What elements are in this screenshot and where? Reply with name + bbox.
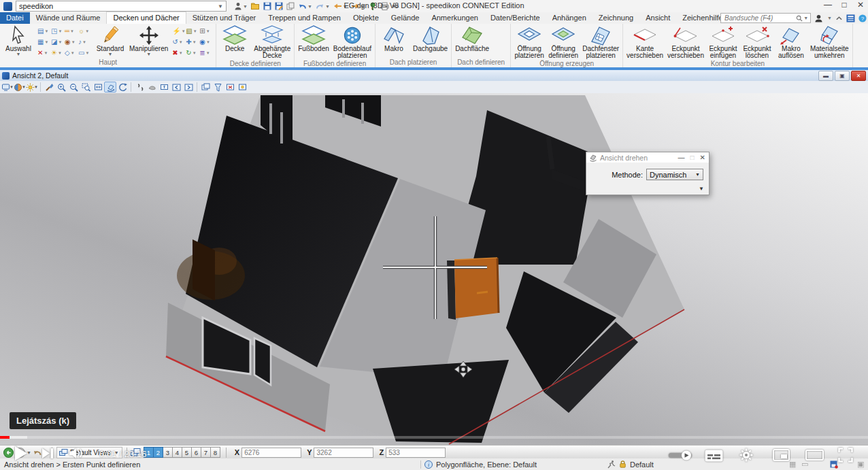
window-area-icon[interactable] xyxy=(80,82,92,93)
subtitles-button[interactable] xyxy=(705,450,723,462)
auswahl-button[interactable]: Auswahl▼ xyxy=(1,24,35,57)
surface-icon[interactable] xyxy=(146,82,158,93)
rotate-tool-icon[interactable]: ↻▼ xyxy=(186,48,199,58)
settings-gear-icon[interactable] xyxy=(739,448,754,463)
accusnap-icon[interactable] xyxy=(607,460,616,469)
3d-model-canvas[interactable] xyxy=(0,93,868,445)
undo-icon[interactable]: ▼ xyxy=(297,1,313,11)
tab-zeichnung[interactable]: Zeichnung xyxy=(592,12,639,24)
fußboden-button[interactable]: Fußboden xyxy=(296,24,331,53)
x-input[interactable] xyxy=(241,448,301,458)
materialseite-umkehren-button[interactable]: Materialseite umkehren xyxy=(808,24,851,60)
help-icon[interactable]: ? xyxy=(858,14,867,22)
palette-tool-icon[interactable]: ◉▼ xyxy=(65,37,78,48)
tab-gelände[interactable]: Gelände xyxy=(385,12,426,24)
zoom-in-icon[interactable] xyxy=(55,82,67,93)
search-dropdown-icon[interactable]: ▼ xyxy=(803,16,808,20)
minimize-button[interactable]: — xyxy=(823,0,833,10)
walk-icon[interactable] xyxy=(133,82,146,93)
note-tool-icon[interactable]: ♪▼ xyxy=(78,37,91,48)
window-tool-icon[interactable]: ▦▼ xyxy=(37,37,50,48)
copy-view-icon[interactable] xyxy=(199,82,212,93)
eckpunkt-einfügen-button[interactable]: Eckpunkt einfügen xyxy=(706,24,740,60)
view-attributes-icon[interactable]: ▼ xyxy=(1,82,14,93)
open-folder-icon[interactable] xyxy=(250,1,261,11)
tab-treppen-und-rampen[interactable]: Treppen und Rampen xyxy=(262,12,347,24)
saved-views-icon[interactable] xyxy=(236,82,248,93)
view-toggle-4[interactable]: 4 xyxy=(173,447,182,458)
miniplayer-button[interactable] xyxy=(773,449,790,461)
view-toggle-2[interactable]: 2 xyxy=(154,447,163,458)
tab-datei[interactable]: Datei xyxy=(0,12,30,24)
tab-decken-und-dächer[interactable]: Decken und Dächer xyxy=(106,12,186,24)
view-close-button[interactable]: ✕ xyxy=(851,71,866,81)
eckpunkt-löschen-button[interactable]: Eckpunkt löschen xyxy=(740,24,774,60)
view-toggle-3[interactable]: 3 xyxy=(163,447,173,458)
user-icon[interactable] xyxy=(814,14,823,22)
ribbon-search[interactable]: ▼ xyxy=(720,13,811,23)
rotate-view-icon[interactable] xyxy=(104,82,116,93)
player-progress-bar[interactable] xyxy=(0,436,868,439)
settings-tool-icon[interactable]: ≣▼ xyxy=(199,48,212,58)
diamond-tool-icon[interactable]: ◇▼ xyxy=(65,48,78,58)
next-button[interactable] xyxy=(42,448,54,458)
navigate-back-button[interactable] xyxy=(3,448,14,458)
user-dropdown-icon[interactable]: ▼ xyxy=(827,16,832,20)
view-toggle-5[interactable]: 5 xyxy=(182,447,192,458)
add-vertex-tool-icon[interactable]: ✚▼ xyxy=(186,37,199,48)
tab-daten-berichte[interactable]: Daten/Berichte xyxy=(484,12,546,24)
tab-stützen-und-träger[interactable]: Stützen und Träger xyxy=(186,12,263,24)
lamp-tool-icon[interactable]: ☼▼ xyxy=(78,26,91,37)
delete-region-tool-icon[interactable]: ✖▼ xyxy=(172,48,185,58)
workflow-selector[interactable]: speedikon ▼ xyxy=(16,1,227,12)
update-view-icon[interactable] xyxy=(43,82,55,93)
bulb-tool-icon[interactable]: ☀▼ xyxy=(51,48,64,58)
grid-tool-icon[interactable]: ⊞▼ xyxy=(199,26,212,37)
user-icon[interactable]: ▼ xyxy=(233,1,248,11)
y-input[interactable] xyxy=(314,448,373,458)
dachfläche-button[interactable]: Dachfläche xyxy=(453,24,491,53)
bodenablauf-platzieren-button[interactable]: Bodenablauf platzieren xyxy=(331,24,373,60)
volume-icon[interactable] xyxy=(69,448,84,458)
fullscreen-button[interactable] xyxy=(838,448,853,463)
display-style-icon[interactable]: ▼ xyxy=(14,82,26,93)
active-model-label[interactable]: Default xyxy=(630,460,654,469)
z-input[interactable] xyxy=(386,448,446,458)
decke-button[interactable]: Decke xyxy=(218,24,252,53)
clip-volume-icon[interactable] xyxy=(212,82,224,93)
view-toggle-7[interactable]: 7 xyxy=(201,447,211,458)
view-next-icon[interactable] xyxy=(182,82,195,93)
abgehängte-decke-button[interactable]: Abgehängte Decke xyxy=(252,24,293,60)
fit-view-icon[interactable] xyxy=(92,82,104,93)
manipulieren-button[interactable]: Manipulieren▼ xyxy=(127,24,170,57)
region-tool-icon[interactable]: ◪▼ xyxy=(51,37,64,48)
tab-anhängen[interactable]: Anhängen xyxy=(546,12,592,24)
flash-tool-icon[interactable]: ⚡▼ xyxy=(172,26,185,37)
undo-shape-tool-icon[interactable]: ↺▼ xyxy=(172,37,185,48)
info-icon[interactable]: i xyxy=(424,460,433,469)
view-toggle-6[interactable]: 6 xyxy=(192,447,201,458)
view-restore-button[interactable]: ▣ xyxy=(835,71,850,81)
measure-tool-icon[interactable]: ═▼ xyxy=(65,26,78,37)
view-2-viewport[interactable]: Ansicht drehen — □ ✕ Methode: Dynamisch … xyxy=(0,93,868,445)
search-input[interactable] xyxy=(723,14,796,22)
chevron-down-icon[interactable]: ▼ xyxy=(27,450,31,455)
properties-panel-icon[interactable] xyxy=(846,14,855,22)
dialog-expand-icon[interactable]: ▼ xyxy=(699,186,704,192)
lighting-icon[interactable]: ▼ xyxy=(26,82,38,93)
layers-tool-icon[interactable]: ▧▼ xyxy=(186,26,199,37)
dialog-minimize-button[interactable]: — xyxy=(678,154,685,161)
eckpunkt-verschieben-button[interactable]: Eckpunkt verschieben xyxy=(665,24,706,60)
save-as-icon[interactable] xyxy=(274,1,284,11)
view-toggle-8[interactable]: 8 xyxy=(211,447,220,458)
clip-mask-icon[interactable] xyxy=(224,82,236,93)
minimize-ribbon-icon[interactable] xyxy=(835,15,843,22)
dialog-close-button[interactable]: ✕ xyxy=(700,154,705,161)
method-select[interactable]: Dynamisch ▼ xyxy=(646,169,703,180)
orbit-view-icon[interactable] xyxy=(116,82,129,93)
lock-icon[interactable] xyxy=(618,460,627,469)
dialog-titlebar[interactable]: Ansicht drehen — □ ✕ xyxy=(586,152,709,163)
öffnung-platzieren-button[interactable]: Öffnung platzieren xyxy=(512,24,546,60)
shape-tool-icon[interactable]: ◳▼ xyxy=(51,26,64,37)
theater-mode-button[interactable] xyxy=(805,450,824,460)
